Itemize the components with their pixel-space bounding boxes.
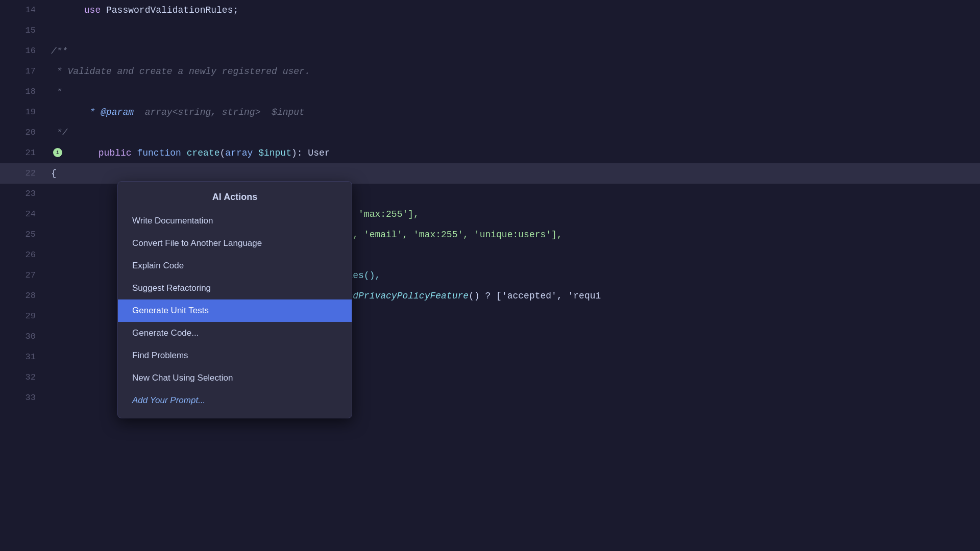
menu-item-generate-unit-tests-label: Generate Unit Tests [132,306,209,316]
menu-item-new-chat-label: New Chat Using Selection [132,373,233,383]
line-number-14: 14 [10,0,36,20]
menu-item-find-problems[interactable]: Find Problems [118,344,352,367]
code-line-17: 17 * Validate and create a newly registe… [0,61,980,82]
line-content-22: { [51,163,57,184]
code-line-14: 14 use PasswordValidationRules; [0,0,980,20]
line-number-16: 16 [10,41,36,61]
menu-item-generate-code-label: Generate Code... [132,328,199,338]
context-menu-title: AI Actions [118,188,352,210]
line-number-20: 20 [10,122,36,143]
line-content-16: /** [51,41,67,61]
line-number-18: 18 [10,82,36,102]
line-number-31: 31 [10,347,36,367]
menu-item-new-chat[interactable]: New Chat Using Selection [118,367,352,389]
context-menu: AI Actions Write Documentation Convert F… [117,181,352,418]
menu-item-write-documentation-label: Write Documentation [132,216,213,226]
line-content-17: * Validate and create a newly registered… [51,61,310,82]
menu-item-generate-unit-tests[interactable]: Generate Unit Tests [118,299,352,322]
line-number-27: 27 [10,265,36,286]
line-number-30: 30 [10,327,36,347]
code-line-21: 21 i public function create(array $input… [0,143,980,163]
line-number-26: 26 [10,245,36,265]
menu-item-convert-file-label: Convert File to Another Language [132,238,262,248]
line-number-33: 33 [10,388,36,408]
menu-item-add-prompt[interactable]: Add Your Prompt... [118,389,352,412]
line-number-29: 29 [10,306,36,327]
menu-item-explain-code[interactable]: Explain Code [118,255,352,277]
line-content-21: public function create(array $input): Us… [65,122,330,184]
line-number-23: 23 [10,184,36,204]
line-number-21: 21 [10,143,36,163]
line-content-14: use PasswordValidationRules; [51,0,238,41]
menu-item-find-problems-label: Find Problems [132,350,188,361]
code-line-19: 19 * @param array<string, string> $input [0,102,980,122]
menu-item-generate-code[interactable]: Generate Code... [118,322,352,344]
menu-item-add-prompt-label: Add Your Prompt... [132,395,205,406]
line-number-22: 22 [10,163,36,184]
line-number-19: 19 [10,102,36,122]
menu-item-write-documentation[interactable]: Write Documentation [118,210,352,232]
line-number-32: 32 [10,367,36,388]
line-number-15: 15 [10,20,36,41]
line-number-24: 24 [10,204,36,224]
menu-item-convert-file[interactable]: Convert File to Another Language [118,232,352,255]
code-line-16: 16 /** [0,41,980,61]
gutter-icon-21: i [53,148,62,157]
line-number-28: 28 [10,286,36,306]
menu-item-suggest-refactoring-label: Suggest Refactoring [132,283,211,293]
line-number-25: 25 [10,224,36,245]
menu-item-suggest-refactoring[interactable]: Suggest Refactoring [118,277,352,299]
code-editor: 14 use PasswordValidationRules; 15 16 /*… [0,0,980,551]
menu-item-explain-code-label: Explain Code [132,261,184,271]
line-number-17: 17 [10,61,36,82]
